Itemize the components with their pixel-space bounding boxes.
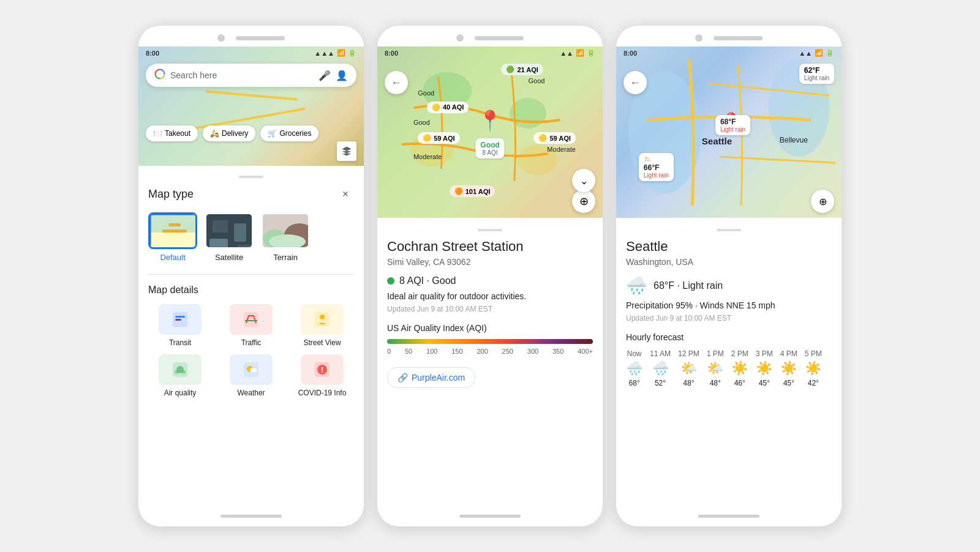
hour-temp-0: 68° [628,379,639,387]
hour-icon-0: 🌧️ [626,360,643,376]
drag-handle-3 [717,229,741,231]
temp-cloud-icon: 🌥️ [644,155,669,162]
aqi-badge-21-text: 21 AQI [517,66,538,73]
weather-badge-cond: Light rain [804,75,829,81]
hour-label-4: 2 PM [731,349,748,358]
map-type-sheet: Map type × [138,166,364,506]
map-type-terrain[interactable]: Terrain [261,212,310,262]
microphone-icon[interactable]: 🎤 [318,70,331,81]
aqi-value: 8 AQI · Good [399,275,456,286]
phone-2-back-button[interactable]: ← [385,71,408,94]
groceries-chip[interactable]: 🛒 Groceries [260,125,318,141]
scale-400plus: 400+ [578,348,593,355]
hour-temp-3: 48° [710,379,721,387]
chevron-down-icon[interactable]: ⌄ [572,169,595,192]
aqi-description: Ideal air quality for outdoor activities… [387,291,593,301]
battery-icon-3: 🔋 [826,49,834,57]
divider-1 [148,274,354,275]
phone-1-content: 8:00 ▲▲▲ 📶 🔋 Search here 🎤 [138,47,364,506]
default-thumb-img [150,214,195,247]
drag-handle [239,176,263,178]
detail-transit[interactable]: Transit [148,304,212,347]
detail-weather[interactable]: Weather [219,354,283,397]
phones-container: 8:00 ▲▲▲ 📶 🔋 Search here 🎤 [126,13,854,539]
aqi-updated: Updated Jun 9 at 10:00 AM EST [387,305,593,313]
aqi-bar-container: 0 50 100 150 200 250 300 350 400+ [387,339,593,355]
hour-temp-1: 52° [655,379,666,387]
purpleair-link[interactable]: 🔗 PurpleAir.com [387,367,475,388]
phone-2-camera [456,34,464,42]
svg-rect-4 [168,223,181,226]
map-type-default[interactable]: Default [148,212,197,262]
takeout-icon: 🍽️ [153,129,162,138]
temp-badge-68: 68°F Light rain [715,115,750,135]
svg-rect-3 [162,229,187,233]
external-link-icon: 🔗 [398,373,408,382]
temp-val-68: 68°F [720,117,745,126]
signal-icon: ▲▲▲ [314,50,334,57]
svg-rect-10 [237,245,252,249]
phone-3-top-bar [616,26,842,47]
delivery-label: Delivery [222,129,248,138]
svg-rect-17 [175,319,181,321]
close-icon: × [342,188,349,201]
map-type-satellite[interactable]: Satellite [205,212,254,262]
hour-icon-6: ☀️ [780,360,797,376]
svg-point-23 [175,370,178,374]
hour-icon-1: 🌧️ [652,360,669,376]
aqi-badge-21: 🟢 21 AQI [501,64,543,75]
phone-1-top-bar [138,26,364,47]
location-button-2[interactable]: ⊕ [572,190,595,213]
airquality-label: Air quality [164,389,197,397]
phone-1-speaker [236,36,285,40]
traffic-icon-box [230,304,273,335]
hour-temp-7: 42° [808,379,819,387]
aqi-badge-21-icon: 🟢 [506,65,514,73]
phone-3-camera [695,34,703,42]
search-input[interactable]: Search here [170,70,314,80]
phone-3-time: 8:00 [624,50,637,57]
phone-1-camera [217,34,225,42]
weather-top-badge: 62°F Light rain [799,64,834,84]
phone-1-home-indicator [221,515,282,518]
seattle-label: Seattle [702,136,732,146]
search-bar[interactable]: Search here 🎤 👤 [146,64,356,87]
svg-rect-7 [213,220,228,233]
bellevue-label: Bellevue [780,136,808,144]
google-logo [154,69,165,82]
phone-3-weather-panel: Seattle Washington, USA 🌧️ 68°F · Light … [616,218,842,506]
terrain-label: Terrain [273,253,298,262]
compass-button-3[interactable]: ⊕ [811,190,834,213]
svg-text:!: ! [321,366,323,375]
phone-3-back-button[interactable]: ← [624,71,647,94]
map-details-grid: Transit Traffic [148,304,354,397]
weather-details: Precipitation 95% · Winds NNE 15 mph [626,300,832,310]
phone-1: 8:00 ▲▲▲ 📶 🔋 Search here 🎤 [138,25,364,527]
layers-button[interactable] [337,141,356,161]
close-button[interactable]: × [337,185,354,203]
takeout-chip[interactable]: 🍽️ Takeout [146,125,198,141]
hour-item-0: Now 🌧️ 68° [626,349,643,387]
detail-airquality[interactable]: Air quality [148,354,212,397]
hour-temp-6: 45° [783,379,794,387]
avatar-icon[interactable]: 👤 [336,70,348,81]
svg-point-20 [320,315,325,319]
phone-3-map: 8:00 ▲▲ 📶 🔋 ← [616,47,842,218]
svg-rect-18 [244,312,258,327]
aqi-badge-40-icon: 🟡 [432,103,440,111]
phone-3-home-indicator [698,515,760,518]
detail-traffic[interactable]: Traffic [219,304,283,347]
detail-covid[interactable]: ! COVID-19 Info [290,354,354,397]
transit-icon-box [159,304,202,335]
delivery-icon: 🛵 [210,129,219,138]
delivery-chip[interactable]: 🛵 Delivery [203,125,255,141]
traffic-label: Traffic [241,338,262,347]
phone-2-bottom-bar [377,506,603,526]
hour-icon-5: ☀️ [756,360,772,376]
hour-icon-2: 🌤️ [680,360,697,376]
aqi-badge-101-icon: 🟠 [454,187,463,195]
default-thumb [148,212,197,249]
scale-50: 50 [405,348,412,355]
hour-label-5: 3 PM [756,349,773,358]
detail-streetview[interactable]: Street View [290,304,354,347]
